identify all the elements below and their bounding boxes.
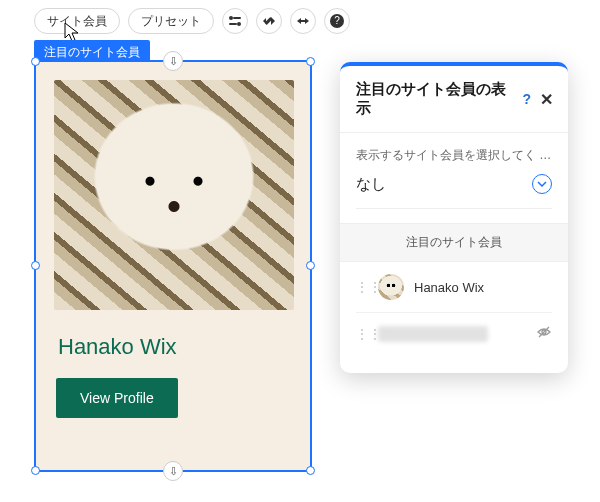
panel-instruction: 表示するサイト会員を選択してく … — [356, 147, 552, 164]
resize-handle[interactable] — [31, 261, 40, 270]
drag-handle-icon[interactable]: ⋮⋮ — [356, 327, 368, 341]
editor-toolbar: サイト会員 プリセット ? — [34, 8, 350, 34]
resize-handle[interactable] — [306, 57, 315, 66]
chevron-down-icon[interactable] — [532, 174, 552, 194]
svg-text:?: ? — [334, 15, 340, 26]
resize-handle[interactable] — [31, 57, 40, 66]
select-value: なし — [356, 175, 386, 194]
member-row-name-hidden — [378, 326, 488, 342]
member-list-item[interactable]: ⋮⋮ — [356, 313, 552, 355]
settings-panel: 注目のサイト会員の表示 ? ✕ 表示するサイト会員を選択してく … なし 注目の… — [340, 62, 568, 373]
member-select[interactable]: なし — [356, 174, 552, 209]
presets-button[interactable]: プリセット — [128, 8, 214, 34]
svg-point-2 — [237, 22, 241, 26]
panel-header: 注目のサイト会員の表示 ? ✕ — [340, 66, 568, 133]
resize-handle[interactable] — [306, 466, 315, 475]
help-icon[interactable]: ? — [324, 8, 350, 34]
svg-rect-1 — [233, 17, 241, 19]
view-profile-button[interactable]: View Profile — [56, 378, 178, 418]
member-row-name: Hanako Wix — [414, 280, 484, 295]
member-list-item[interactable]: ⋮⋮ Hanako Wix — [356, 262, 552, 313]
drag-handle-icon[interactable]: ⋮⋮ — [356, 280, 368, 294]
members-section-label: 注目のサイト会員 — [340, 223, 568, 262]
member-photo — [54, 80, 294, 310]
stretch-icon[interactable] — [290, 8, 316, 34]
svg-point-0 — [229, 16, 233, 20]
member-card: Hanako Wix View Profile — [54, 80, 292, 418]
resize-handle[interactable] — [31, 466, 40, 475]
panel-title: 注目のサイト会員の表示 — [356, 80, 517, 118]
site-members-button[interactable]: サイト会員 — [34, 8, 120, 34]
avatar — [378, 274, 404, 300]
panel-help-button[interactable]: ? — [517, 91, 537, 107]
animation-icon[interactable] — [256, 8, 282, 34]
settings-toggle-icon[interactable] — [222, 8, 248, 34]
hidden-icon[interactable] — [536, 325, 552, 343]
resize-handle[interactable] — [306, 261, 315, 270]
svg-rect-5 — [301, 20, 305, 22]
attach-top-icon[interactable]: ⇩ — [163, 51, 183, 71]
attach-bottom-icon[interactable]: ⇩ — [163, 461, 183, 481]
svg-rect-3 — [229, 23, 237, 25]
featured-member-widget[interactable]: ⇩ ⇩ Hanako Wix View Profile — [34, 60, 312, 472]
member-name: Hanako Wix — [58, 334, 292, 360]
panel-close-button[interactable]: ✕ — [536, 90, 556, 109]
